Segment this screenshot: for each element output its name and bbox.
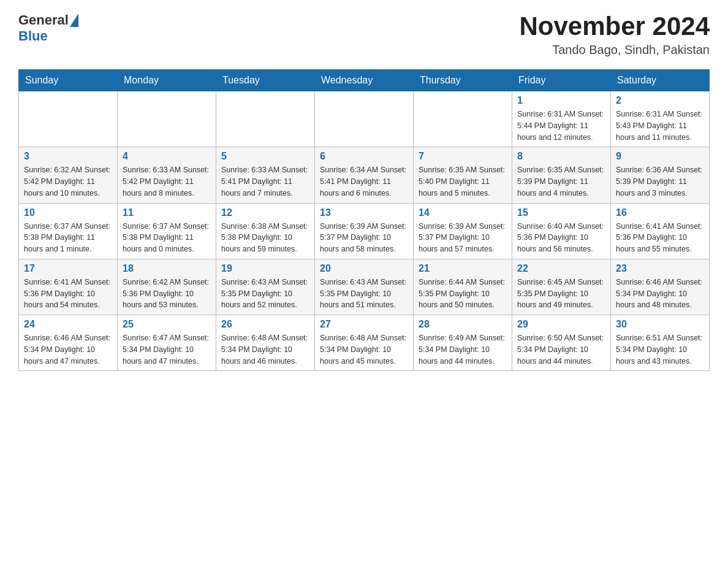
calendar-cell: 30Sunrise: 6:51 AM Sunset: 5:34 PM Dayli… [611,315,710,371]
calendar-week-row: 3Sunrise: 6:32 AM Sunset: 5:42 PM Daylig… [19,147,710,203]
day-info: Sunrise: 6:43 AM Sunset: 5:35 PM Dayligh… [221,277,309,311]
day-info: Sunrise: 6:43 AM Sunset: 5:35 PM Dayligh… [320,277,408,311]
calendar-cell: 25Sunrise: 6:47 AM Sunset: 5:34 PM Dayli… [118,315,216,371]
day-info: Sunrise: 6:32 AM Sunset: 5:42 PM Dayligh… [24,164,112,199]
calendar-header-friday: Friday [512,70,611,91]
calendar-header-wednesday: Wednesday [315,70,414,91]
calendar-week-row: 24Sunrise: 6:46 AM Sunset: 5:34 PM Dayli… [19,315,710,371]
calendar-cell: 6Sunrise: 6:34 AM Sunset: 5:41 PM Daylig… [315,147,414,203]
day-info: Sunrise: 6:33 AM Sunset: 5:42 PM Dayligh… [123,164,211,199]
day-number: 30 [616,319,704,330]
day-info: Sunrise: 6:38 AM Sunset: 5:38 PM Dayligh… [221,221,309,255]
day-info: Sunrise: 6:46 AM Sunset: 5:34 PM Dayligh… [616,277,704,311]
day-info: Sunrise: 6:41 AM Sunset: 5:36 PM Dayligh… [616,221,704,255]
calendar-cell: 23Sunrise: 6:46 AM Sunset: 5:34 PM Dayli… [611,259,710,315]
calendar-header-tuesday: Tuesday [216,70,315,91]
calendar-cell: 5Sunrise: 6:33 AM Sunset: 5:41 PM Daylig… [216,147,315,203]
calendar-cell: 18Sunrise: 6:42 AM Sunset: 5:36 PM Dayli… [118,259,216,315]
day-number: 28 [419,319,507,330]
day-info: Sunrise: 6:44 AM Sunset: 5:35 PM Dayligh… [419,277,507,311]
day-number: 14 [419,207,507,218]
day-info: Sunrise: 6:39 AM Sunset: 5:37 PM Dayligh… [320,221,408,255]
day-number: 5 [221,151,309,162]
calendar-cell: 22Sunrise: 6:45 AM Sunset: 5:35 PM Dayli… [512,259,611,315]
day-info: Sunrise: 6:35 AM Sunset: 5:39 PM Dayligh… [517,164,605,199]
logo: General Blue [18,12,80,44]
calendar-header-thursday: Thursday [414,70,512,91]
calendar-cell: 16Sunrise: 6:41 AM Sunset: 5:36 PM Dayli… [611,203,710,259]
calendar-cell: 24Sunrise: 6:46 AM Sunset: 5:34 PM Dayli… [19,315,118,371]
calendar-cell: 12Sunrise: 6:38 AM Sunset: 5:38 PM Dayli… [216,203,315,259]
calendar-cell [19,91,118,147]
calendar-cell: 10Sunrise: 6:37 AM Sunset: 5:38 PM Dayli… [19,203,118,259]
day-info: Sunrise: 6:50 AM Sunset: 5:34 PM Dayligh… [517,332,605,367]
day-info: Sunrise: 6:41 AM Sunset: 5:36 PM Dayligh… [24,277,112,311]
day-number: 11 [123,207,211,218]
day-number: 17 [24,263,112,274]
page-header: General Blue November 2024 Tando Bago, S… [18,12,710,57]
calendar-cell: 9Sunrise: 6:36 AM Sunset: 5:39 PM Daylig… [611,147,710,203]
day-info: Sunrise: 6:48 AM Sunset: 5:34 PM Dayligh… [221,332,309,367]
logo-general-text: General [18,12,69,28]
day-info: Sunrise: 6:37 AM Sunset: 5:38 PM Dayligh… [123,221,211,255]
calendar-cell: 29Sunrise: 6:50 AM Sunset: 5:34 PM Dayli… [512,315,611,371]
day-info: Sunrise: 6:34 AM Sunset: 5:41 PM Dayligh… [320,164,408,199]
calendar-table: SundayMondayTuesdayWednesdayThursdayFrid… [18,69,710,371]
day-number: 9 [616,151,704,162]
calendar-cell: 19Sunrise: 6:43 AM Sunset: 5:35 PM Dayli… [216,259,315,315]
day-number: 23 [616,263,704,274]
calendar-cell: 28Sunrise: 6:49 AM Sunset: 5:34 PM Dayli… [414,315,512,371]
calendar-header-sunday: Sunday [19,70,118,91]
month-title: November 2024 [519,12,710,40]
calendar-cell: 14Sunrise: 6:39 AM Sunset: 5:37 PM Dayli… [414,203,512,259]
day-number: 27 [320,319,408,330]
day-info: Sunrise: 6:36 AM Sunset: 5:39 PM Dayligh… [616,164,704,199]
calendar-cell: 2Sunrise: 6:31 AM Sunset: 5:43 PM Daylig… [611,91,710,147]
day-number: 7 [419,151,507,162]
day-info: Sunrise: 6:39 AM Sunset: 5:37 PM Dayligh… [419,221,507,255]
day-info: Sunrise: 6:51 AM Sunset: 5:34 PM Dayligh… [616,332,704,367]
day-number: 18 [123,263,211,274]
logo-blue-text: Blue [18,28,48,44]
calendar-cell: 15Sunrise: 6:40 AM Sunset: 5:36 PM Dayli… [512,203,611,259]
calendar-week-row: 10Sunrise: 6:37 AM Sunset: 5:38 PM Dayli… [19,203,710,259]
day-number: 6 [320,151,408,162]
day-info: Sunrise: 6:45 AM Sunset: 5:35 PM Dayligh… [517,277,605,311]
day-number: 21 [419,263,507,274]
calendar-cell: 20Sunrise: 6:43 AM Sunset: 5:35 PM Dayli… [315,259,414,315]
calendar-cell: 26Sunrise: 6:48 AM Sunset: 5:34 PM Dayli… [216,315,315,371]
day-info: Sunrise: 6:35 AM Sunset: 5:40 PM Dayligh… [419,164,507,199]
day-number: 29 [517,319,605,330]
calendar-header-saturday: Saturday [611,70,710,91]
day-number: 4 [123,151,211,162]
calendar-cell: 13Sunrise: 6:39 AM Sunset: 5:37 PM Dayli… [315,203,414,259]
calendar-cell: 7Sunrise: 6:35 AM Sunset: 5:40 PM Daylig… [414,147,512,203]
calendar-header-row: SundayMondayTuesdayWednesdayThursdayFrid… [19,70,710,91]
day-number: 12 [221,207,309,218]
day-info: Sunrise: 6:47 AM Sunset: 5:34 PM Dayligh… [123,332,211,367]
calendar-cell: 3Sunrise: 6:32 AM Sunset: 5:42 PM Daylig… [19,147,118,203]
logo-triangle-icon [70,13,78,27]
day-number: 1 [517,95,605,106]
calendar-cell [118,91,216,147]
day-number: 8 [517,151,605,162]
calendar-week-row: 17Sunrise: 6:41 AM Sunset: 5:36 PM Dayli… [19,259,710,315]
calendar-cell: 27Sunrise: 6:48 AM Sunset: 5:34 PM Dayli… [315,315,414,371]
location-text: Tando Bago, Sindh, Pakistan [519,43,710,57]
day-info: Sunrise: 6:46 AM Sunset: 5:34 PM Dayligh… [24,332,112,367]
calendar-cell: 4Sunrise: 6:33 AM Sunset: 5:42 PM Daylig… [118,147,216,203]
calendar-cell: 8Sunrise: 6:35 AM Sunset: 5:39 PM Daylig… [512,147,611,203]
day-info: Sunrise: 6:31 AM Sunset: 5:43 PM Dayligh… [616,109,704,143]
day-number: 15 [517,207,605,218]
calendar-cell: 11Sunrise: 6:37 AM Sunset: 5:38 PM Dayli… [118,203,216,259]
day-info: Sunrise: 6:37 AM Sunset: 5:38 PM Dayligh… [24,221,112,255]
calendar-header-monday: Monday [118,70,216,91]
day-number: 10 [24,207,112,218]
day-number: 22 [517,263,605,274]
calendar-cell [216,91,315,147]
day-number: 26 [221,319,309,330]
calendar-cell [315,91,414,147]
calendar-cell: 21Sunrise: 6:44 AM Sunset: 5:35 PM Dayli… [414,259,512,315]
day-info: Sunrise: 6:40 AM Sunset: 5:36 PM Dayligh… [517,221,605,255]
day-number: 16 [616,207,704,218]
